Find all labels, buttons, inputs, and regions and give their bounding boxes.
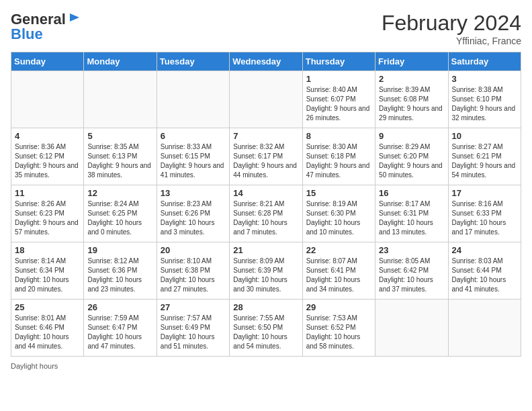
calendar-week-row: 1Sunrise: 8:40 AM Sunset: 6:07 PM Daylig…: [11, 71, 521, 128]
location-subtitle: Yffiniac, France: [382, 36, 521, 46]
day-number: 22: [306, 245, 371, 255]
calendar-cell: 4Sunrise: 8:36 AM Sunset: 6:12 PM Daylig…: [11, 128, 84, 185]
calendar-day-header: Friday: [375, 52, 448, 71]
calendar-week-row: 25Sunrise: 8:01 AM Sunset: 6:46 PM Dayli…: [11, 300, 521, 357]
calendar-cell: 15Sunrise: 8:19 AM Sunset: 6:30 PM Dayli…: [302, 185, 375, 242]
day-number: 10: [452, 131, 517, 141]
calendar-day-header: Monday: [84, 52, 157, 71]
calendar-cell: 27Sunrise: 7:57 AM Sunset: 6:49 PM Dayli…: [157, 300, 229, 357]
calendar-cell: [11, 71, 84, 128]
calendar-week-row: 18Sunrise: 8:14 AM Sunset: 6:34 PM Dayli…: [11, 242, 521, 300]
calendar-cell: 16Sunrise: 8:17 AM Sunset: 6:31 PM Dayli…: [375, 185, 448, 242]
day-number: 27: [161, 302, 226, 312]
day-info: Sunrise: 8:32 AM Sunset: 6:17 PM Dayligh…: [233, 142, 298, 180]
day-number: 4: [15, 131, 80, 141]
day-info: Sunrise: 8:29 AM Sunset: 6:20 PM Dayligh…: [379, 142, 444, 180]
day-number: 29: [306, 302, 371, 312]
calendar-cell: 28Sunrise: 7:55 AM Sunset: 6:50 PM Dayli…: [230, 300, 302, 357]
day-number: 23: [379, 245, 444, 255]
calendar-cell: 24Sunrise: 8:03 AM Sunset: 6:44 PM Dayli…: [448, 242, 521, 300]
calendar-cell: 29Sunrise: 7:53 AM Sunset: 6:52 PM Dayli…: [302, 300, 375, 357]
day-info: Sunrise: 8:27 AM Sunset: 6:21 PM Dayligh…: [452, 142, 517, 180]
calendar-body: 1Sunrise: 8:40 AM Sunset: 6:07 PM Daylig…: [11, 71, 521, 357]
calendar-cell: 3Sunrise: 8:38 AM Sunset: 6:10 PM Daylig…: [448, 71, 521, 128]
calendar-cell: 10Sunrise: 8:27 AM Sunset: 6:21 PM Dayli…: [448, 128, 521, 185]
calendar-cell: 23Sunrise: 8:05 AM Sunset: 6:42 PM Dayli…: [375, 242, 448, 300]
calendar-cell: 20Sunrise: 8:10 AM Sunset: 6:38 PM Dayli…: [157, 242, 229, 300]
day-number: 7: [233, 131, 298, 141]
day-number: 16: [379, 188, 444, 198]
day-number: 25: [15, 302, 80, 312]
day-info: Sunrise: 8:07 AM Sunset: 6:41 PM Dayligh…: [306, 257, 371, 294]
day-number: 18: [15, 245, 80, 255]
calendar-cell: 2Sunrise: 8:39 AM Sunset: 6:08 PM Daylig…: [375, 71, 448, 128]
day-info: Sunrise: 7:59 AM Sunset: 6:47 PM Dayligh…: [87, 314, 152, 351]
calendar-cell: 8Sunrise: 8:30 AM Sunset: 6:18 PM Daylig…: [302, 128, 375, 185]
day-info: Sunrise: 8:14 AM Sunset: 6:34 PM Dayligh…: [15, 257, 80, 294]
day-number: 9: [379, 131, 444, 141]
calendar-cell: [448, 300, 521, 357]
calendar-cell: 7Sunrise: 8:32 AM Sunset: 6:17 PM Daylig…: [230, 128, 302, 185]
logo-flag-icon: [67, 12, 81, 26]
calendar-day-header: Sunday: [11, 52, 84, 71]
calendar-week-row: 4Sunrise: 8:36 AM Sunset: 6:12 PM Daylig…: [11, 128, 521, 185]
calendar-cell: 11Sunrise: 8:26 AM Sunset: 6:23 PM Dayli…: [11, 185, 84, 242]
calendar-cell: [84, 71, 157, 128]
day-number: 14: [233, 188, 298, 198]
day-info: Sunrise: 7:55 AM Sunset: 6:50 PM Dayligh…: [233, 314, 298, 351]
calendar-cell: 21Sunrise: 8:09 AM Sunset: 6:39 PM Dayli…: [230, 242, 302, 300]
day-info: Sunrise: 8:40 AM Sunset: 6:07 PM Dayligh…: [306, 85, 371, 123]
day-number: 19: [87, 245, 152, 255]
svg-marker-0: [70, 13, 79, 21]
day-info: Sunrise: 8:21 AM Sunset: 6:28 PM Dayligh…: [233, 199, 298, 237]
month-title: February 2024: [382, 11, 521, 36]
day-number: 5: [87, 131, 152, 141]
calendar-day-header: Thursday: [302, 52, 375, 71]
calendar-day-header: Saturday: [448, 52, 521, 71]
day-info: Sunrise: 8:35 AM Sunset: 6:13 PM Dayligh…: [87, 142, 152, 180]
day-info: Sunrise: 8:10 AM Sunset: 6:38 PM Dayligh…: [161, 257, 226, 294]
calendar-cell: 9Sunrise: 8:29 AM Sunset: 6:20 PM Daylig…: [375, 128, 448, 185]
day-info: Sunrise: 8:01 AM Sunset: 6:46 PM Dayligh…: [15, 314, 80, 351]
day-info: Sunrise: 7:57 AM Sunset: 6:49 PM Dayligh…: [161, 314, 226, 351]
calendar-header-row: SundayMondayTuesdayWednesdayThursdayFrid…: [11, 52, 521, 71]
day-number: 8: [306, 131, 371, 141]
calendar-cell: 19Sunrise: 8:12 AM Sunset: 6:36 PM Dayli…: [84, 242, 157, 300]
day-number: 1: [306, 74, 371, 84]
calendar-cell: 18Sunrise: 8:14 AM Sunset: 6:34 PM Dayli…: [11, 242, 84, 300]
calendar-cell: 17Sunrise: 8:16 AM Sunset: 6:33 PM Dayli…: [448, 185, 521, 242]
day-info: Sunrise: 8:24 AM Sunset: 6:25 PM Dayligh…: [87, 199, 152, 237]
day-info: Sunrise: 8:38 AM Sunset: 6:10 PM Dayligh…: [452, 85, 517, 123]
logo: General Blue: [11, 11, 81, 43]
footer: Daylight hours: [11, 362, 521, 370]
calendar-cell: 26Sunrise: 7:59 AM Sunset: 6:47 PM Dayli…: [84, 300, 157, 357]
calendar-table: SundayMondayTuesdayWednesdayThursdayFrid…: [11, 52, 521, 357]
day-info: Sunrise: 7:53 AM Sunset: 6:52 PM Dayligh…: [306, 314, 371, 351]
footer-label: Daylight hours: [11, 362, 58, 370]
day-number: 12: [87, 188, 152, 198]
calendar-cell: 22Sunrise: 8:07 AM Sunset: 6:41 PM Dayli…: [302, 242, 375, 300]
day-number: 17: [452, 188, 517, 198]
day-info: Sunrise: 8:17 AM Sunset: 6:31 PM Dayligh…: [379, 199, 444, 237]
day-number: 6: [161, 131, 226, 141]
day-info: Sunrise: 8:05 AM Sunset: 6:42 PM Dayligh…: [379, 257, 444, 294]
calendar-day-header: Wednesday: [230, 52, 302, 71]
day-number: 15: [306, 188, 371, 198]
calendar-cell: 12Sunrise: 8:24 AM Sunset: 6:25 PM Dayli…: [84, 185, 157, 242]
calendar-day-header: Tuesday: [157, 52, 229, 71]
day-info: Sunrise: 8:16 AM Sunset: 6:33 PM Dayligh…: [452, 199, 517, 237]
day-info: Sunrise: 8:39 AM Sunset: 6:08 PM Dayligh…: [379, 85, 444, 123]
day-info: Sunrise: 8:03 AM Sunset: 6:44 PM Dayligh…: [452, 257, 517, 294]
title-block: February 2024 Yffiniac, France: [382, 11, 521, 46]
day-info: Sunrise: 8:12 AM Sunset: 6:36 PM Dayligh…: [87, 257, 152, 294]
page-header: General Blue February 2024 Yffiniac, Fra…: [11, 11, 521, 46]
calendar-cell: 14Sunrise: 8:21 AM Sunset: 6:28 PM Dayli…: [230, 185, 302, 242]
day-number: 2: [379, 74, 444, 84]
calendar-cell: [375, 300, 448, 357]
day-number: 3: [452, 74, 517, 84]
day-info: Sunrise: 8:30 AM Sunset: 6:18 PM Dayligh…: [306, 142, 371, 180]
day-info: Sunrise: 8:33 AM Sunset: 6:15 PM Dayligh…: [161, 142, 226, 180]
day-number: 11: [15, 188, 80, 198]
calendar-cell: 25Sunrise: 8:01 AM Sunset: 6:46 PM Dayli…: [11, 300, 84, 357]
calendar-cell: 1Sunrise: 8:40 AM Sunset: 6:07 PM Daylig…: [302, 71, 375, 128]
